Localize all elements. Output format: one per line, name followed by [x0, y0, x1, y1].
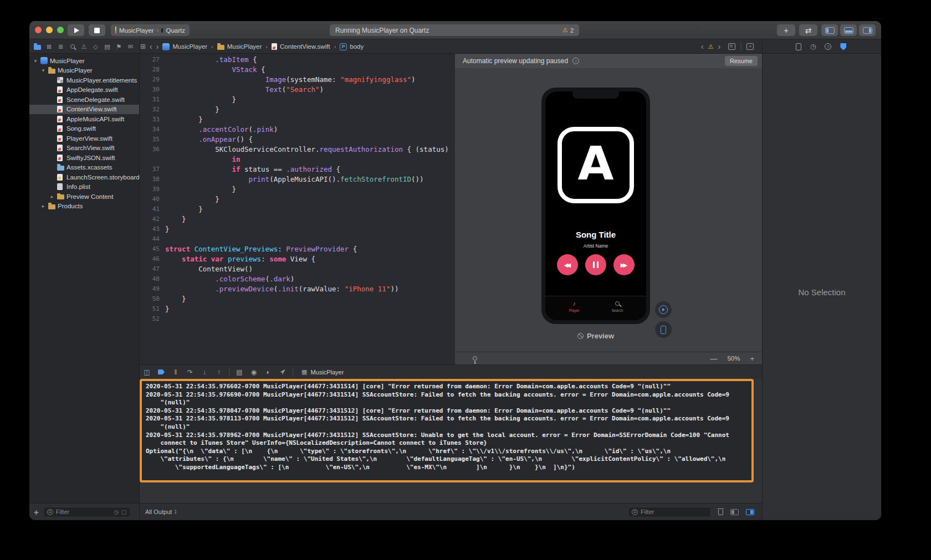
sidebar-item-contentview-swift[interactable]: ContentView.swift	[29, 105, 139, 115]
scheme-selector[interactable]: MusicPlayer › Quartz	[111, 24, 190, 36]
pin-preview-icon[interactable]	[473, 356, 477, 361]
breadcrumb-item[interactable]: Pbody	[340, 43, 364, 50]
quick-help-selected-icon[interactable]	[840, 43, 846, 50]
resume-button[interactable]: Resume	[725, 56, 758, 66]
minimap-button[interactable]	[728, 43, 735, 50]
code-text: print(AppleMusicAPI().fetchStorefrontID(…	[165, 174, 454, 184]
sidebar-item-label: PlayerView.swift	[66, 135, 112, 142]
zoom-in-button[interactable]: +	[750, 355, 754, 363]
zoom-out-button[interactable]: —	[710, 355, 717, 363]
issue-warning-icon[interactable]: ⚠	[708, 43, 714, 50]
zoom-window-button[interactable]	[57, 27, 64, 33]
sidebar-item-launchscreen-storyboard[interactable]: LaunchScreen.storyboard	[29, 172, 139, 182]
library-button[interactable]: +	[777, 24, 795, 36]
source-control-status-icon[interactable]: ▢	[121, 509, 126, 515]
debug-navigator-icon[interactable]: ▤	[101, 43, 113, 50]
info-icon[interactable]: i	[572, 58, 579, 64]
run-button[interactable]	[68, 24, 84, 36]
view-hierarchy-icon[interactable]: ▤	[232, 368, 247, 376]
source-control-navigator-icon[interactable]: ⊠	[43, 43, 55, 50]
sidebar-item-musicplayer[interactable]: ▾MusicPlayer	[29, 66, 139, 76]
previous-issue-button[interactable]: ‹	[701, 43, 704, 50]
toggle-inspector-button[interactable]	[859, 24, 876, 36]
tab-search[interactable]: Search	[601, 300, 634, 312]
sidebar-item-info-plist[interactable]: Info.plist	[29, 182, 139, 192]
disclosure-triangle-icon[interactable]: ▾	[40, 68, 46, 73]
warning-badge[interactable]: ⚠ 2	[562, 27, 574, 34]
sidebar-item-preview-content[interactable]: ▸Preview Content	[29, 192, 139, 202]
history-inspector-icon[interactable]: ◷	[810, 43, 816, 50]
hide-debug-area-icon[interactable]: ◫	[140, 368, 154, 376]
next-issue-button[interactable]: ›	[718, 43, 721, 50]
editor-arrangement-button[interactable]: ⇄	[799, 24, 817, 36]
project-navigator-icon[interactable]	[32, 44, 43, 50]
editor-grid-icon[interactable]: ⊞	[140, 43, 146, 50]
rewind-button[interactable]: ◀◀	[557, 254, 578, 275]
breadcrumb-item[interactable]: ContentView.swift	[272, 43, 330, 50]
file-inspector-icon[interactable]	[796, 43, 801, 50]
sidebar-item-song-swift[interactable]: Song.swift	[29, 124, 139, 134]
sidebar-item-musicplayer[interactable]: ▾MusicPlayer	[29, 56, 139, 66]
find-navigator-icon[interactable]	[66, 44, 78, 49]
preview-canvas: Automatic preview updating paused i Resu…	[454, 54, 762, 364]
test-navigator-icon[interactable]: ◇	[90, 43, 101, 50]
process-selector[interactable]: ▦MusicPlayer	[301, 368, 344, 376]
recent-files-icon[interactable]: ◷	[114, 509, 119, 515]
preview-on-device-button[interactable]	[655, 321, 672, 338]
stop-button[interactable]	[89, 24, 105, 36]
breadcrumb-item[interactable]: MusicPlayer	[217, 43, 262, 50]
sidebar-item-searchview-swift[interactable]: SearchView.swift	[29, 143, 139, 153]
folder-icon	[48, 69, 55, 74]
sidebar-item-playerview-swift[interactable]: PlayerView.swift	[29, 133, 139, 143]
step-out-icon[interactable]: ↑	[212, 368, 226, 376]
step-over-icon[interactable]: ↷	[183, 368, 197, 376]
minimize-window-button[interactable]	[46, 27, 53, 33]
environment-overrides-icon[interactable]: ◐	[261, 368, 275, 376]
breakpoint-navigator-icon[interactable]: ⚑	[113, 43, 125, 50]
close-window-button[interactable]	[35, 27, 42, 33]
sidebar-item-appdelegate-swift[interactable]: AppDelegate.swift	[29, 85, 139, 95]
pause-button[interactable]	[585, 254, 606, 275]
live-preview-button[interactable]	[655, 301, 672, 318]
code-line: 48 .colorScheme(.dark)	[140, 274, 454, 284]
add-file-button[interactable]: +	[34, 507, 39, 517]
symbol-navigator-icon[interactable]: ≣	[55, 43, 66, 50]
add-editor-button[interactable]: +	[746, 43, 754, 50]
console-filter-field[interactable]: Filter	[628, 507, 711, 517]
navigator-filter-field[interactable]: Filter ◷ ▢	[43, 507, 131, 517]
disclosure-triangle-icon[interactable]: ▾	[33, 58, 38, 64]
toggle-variables-view-button[interactable]	[730, 509, 739, 515]
breakpoints-toggle-icon[interactable]	[154, 369, 168, 374]
code-editor[interactable]: 27 .tabItem {28 VStack {29 Image(systemN…	[140, 54, 454, 364]
step-into-icon[interactable]: ↓	[197, 368, 212, 376]
toggle-debug-area-button[interactable]	[840, 24, 857, 36]
output-scope-selector[interactable]: All Output ▴▾	[145, 508, 176, 515]
sidebar-item-swiftyjson-swift[interactable]: SwiftyJSON.swift	[29, 153, 139, 163]
disclosure-triangle-icon[interactable]: ▸	[40, 203, 46, 209]
disclosure-triangle-icon[interactable]: ▸	[49, 194, 55, 199]
issue-navigator-icon[interactable]: ⚠	[78, 43, 90, 50]
sidebar-item-applemusicapi-swift[interactable]: AppleMusicAPI.swift	[29, 114, 139, 124]
memory-graph-icon[interactable]: ◉	[247, 368, 261, 376]
toggle-navigator-button[interactable]	[821, 24, 838, 36]
tab-player[interactable]: ♪ Player	[557, 300, 591, 312]
sidebar-item-assets-xcassets[interactable]: Assets.xcassets	[29, 163, 139, 173]
console-output[interactable]: 2020-05-31 22:54:35.976602-0700 MusicPla…	[146, 383, 749, 472]
report-navigator-icon[interactable]: ✉	[125, 43, 136, 50]
back-button[interactable]: ‹	[150, 43, 152, 50]
sidebar-item-musicplayer-entitlements[interactable]: MusicPlayer.entitlements	[29, 75, 139, 85]
quick-help-inspector-icon[interactable]: ?	[825, 43, 831, 50]
toggle-console-view-button[interactable]	[746, 509, 754, 515]
code-token: }	[182, 215, 186, 223]
sidebar-item-scenedelegate-swift[interactable]: SceneDelegate.swift	[29, 95, 139, 105]
simulate-location-icon[interactable]	[275, 369, 290, 375]
fast-forward-button[interactable]: ▶▶	[613, 254, 635, 275]
forward-button[interactable]: ›	[156, 43, 159, 50]
line-number: 45	[140, 244, 165, 254]
clear-console-button[interactable]	[718, 510, 723, 515]
iphone-preview[interactable]: A Song Title Artist Name ◀◀ ▶▶ ♪ Player	[540, 86, 651, 325]
pause-execution-icon[interactable]: ‖	[168, 368, 183, 376]
breadcrumb-item[interactable]: MusicPlayer	[162, 43, 207, 50]
sidebar-item-products[interactable]: ▸Products	[29, 202, 139, 212]
code-token: ())	[411, 175, 424, 183]
